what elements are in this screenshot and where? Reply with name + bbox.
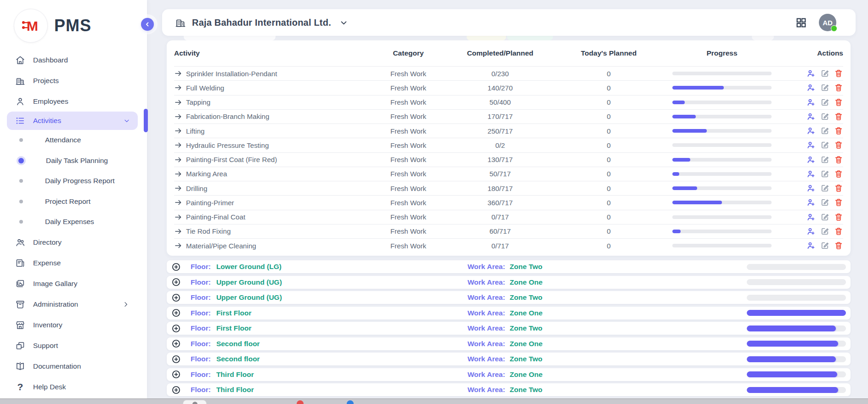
assign-user-button[interactable]	[806, 241, 816, 250]
sidebar-item-administration[interactable]: Administration	[0, 294, 147, 315]
bullet-icon	[18, 158, 24, 163]
delete-button[interactable]	[834, 98, 843, 107]
work-area-name: Zone Two	[510, 293, 542, 302]
sidebar-item-inventory[interactable]: Inventory	[0, 315, 147, 336]
floor-name: Upper Ground (UG)	[216, 278, 282, 286]
table-row[interactable]: Full Welding Fresh Work 140/270 0	[174, 80, 843, 95]
expand-floor-button[interactable]	[171, 370, 181, 379]
taskbar-red-icon[interactable]	[297, 400, 304, 404]
sidebar-item-help-desk[interactable]: ?Help Desk	[0, 377, 147, 398]
floor-row[interactable]: Floor: First Floor Work Area: Zone One	[167, 307, 851, 320]
edit-button[interactable]	[820, 241, 829, 250]
assign-user-button[interactable]	[806, 155, 816, 164]
assign-user-button[interactable]	[806, 112, 816, 121]
sidebar-collapse-button[interactable]	[141, 18, 154, 31]
sidebar-subitem-attendance[interactable]: Attendance	[0, 130, 147, 151]
assign-user-button[interactable]	[806, 140, 816, 150]
edit-button[interactable]	[820, 69, 829, 78]
edit-button[interactable]	[820, 126, 829, 135]
assign-user-button[interactable]	[806, 98, 816, 107]
delete-button[interactable]	[834, 155, 843, 164]
delete-button[interactable]	[834, 126, 843, 135]
assign-user-button[interactable]	[806, 198, 816, 207]
assign-user-button[interactable]	[806, 184, 816, 193]
edit-icon	[820, 69, 829, 78]
sidebar-subitem-daily-expenses[interactable]: Daily Expenses	[0, 212, 147, 232]
edit-button[interactable]	[820, 169, 829, 179]
delete-button[interactable]	[834, 69, 843, 78]
company-selector[interactable]: Raja Bahadur International Ltd.	[175, 17, 348, 28]
floor-row[interactable]: Floor: Third Floor Work Area: Zone Two	[167, 383, 851, 396]
floor-row[interactable]: Floor: Lower Ground (LG) Work Area: Zone…	[167, 260, 851, 273]
assign-user-button[interactable]	[806, 213, 816, 222]
table-row[interactable]: Drilling Fresh Work 180/717 0	[174, 181, 843, 195]
sidebar-item-directory[interactable]: Directory	[0, 232, 147, 253]
apps-grid-button[interactable]	[795, 17, 807, 28]
trash-icon	[834, 184, 843, 193]
sidebar-item-documentation[interactable]: Documentation	[0, 356, 147, 377]
edit-button[interactable]	[820, 83, 829, 92]
edit-button[interactable]	[820, 140, 829, 150]
assign-user-button[interactable]	[806, 227, 816, 236]
sidebar-subitem-daily-progress-report[interactable]: Daily Progress Report	[0, 171, 147, 191]
expand-floor-button[interactable]	[171, 277, 181, 287]
edit-button[interactable]	[820, 213, 829, 222]
table-row[interactable]: Painting-First Coat (Fire Red) Fresh Wor…	[174, 152, 843, 167]
user-avatar[interactable]: AD	[819, 14, 836, 31]
sidebar-item-image-gallary[interactable]: Image Gallary	[0, 274, 147, 294]
table-row[interactable]: Painting-Final Coat Fresh Work 0/717 0	[174, 210, 843, 224]
delete-button[interactable]	[834, 140, 843, 150]
floor-row[interactable]: Floor: Third Floor Work Area: Zone One	[167, 368, 851, 381]
table-row[interactable]: Hydraulic Pressure Testing Fresh Work 0/…	[174, 138, 843, 152]
edit-button[interactable]	[820, 198, 829, 207]
delete-button[interactable]	[834, 184, 843, 193]
assign-user-button[interactable]	[806, 169, 816, 179]
sidebar-item-label: Image Gallary	[33, 280, 77, 288]
table-row[interactable]: Tapping Fresh Work 50/400 0	[174, 95, 843, 109]
expand-floor-button[interactable]	[171, 324, 181, 333]
delete-button[interactable]	[834, 83, 843, 92]
table-row[interactable]: Material/Pipe Cleaning Fresh Work 0/717 …	[174, 238, 843, 252]
table-row[interactable]: Painting-Primer Fresh Work 360/717 0	[174, 195, 843, 209]
expand-floor-button[interactable]	[171, 354, 181, 364]
sidebar-subitem-daily-task-planning[interactable]: Daily Task Planning	[0, 151, 147, 171]
edit-button[interactable]	[820, 112, 829, 121]
edit-button[interactable]	[820, 98, 829, 107]
floor-row[interactable]: Floor: First Floor Work Area: Zone Two	[167, 322, 851, 335]
table-row[interactable]: Tie Rod Fixing Fresh Work 60/717 0	[174, 224, 843, 238]
expand-floor-button[interactable]	[171, 385, 181, 395]
sidebar-subitem-project-report[interactable]: Project Report	[0, 191, 147, 212]
sidebar-item-support[interactable]: Support	[0, 336, 147, 356]
assign-user-button[interactable]	[806, 83, 816, 92]
sidebar-item-projects[interactable]: Projects	[0, 70, 147, 91]
sidebar-item-activities[interactable]: Activities	[7, 112, 138, 130]
delete-button[interactable]	[834, 198, 843, 207]
sidebar-item-employees[interactable]: Employees	[0, 91, 147, 112]
delete-button[interactable]	[834, 169, 843, 179]
expand-floor-button[interactable]	[171, 293, 181, 303]
delete-button[interactable]	[834, 227, 843, 236]
assign-user-button[interactable]	[806, 126, 816, 135]
expand-floor-button[interactable]	[171, 339, 181, 348]
taskbar-blue-icon[interactable]	[347, 400, 354, 404]
floor-row[interactable]: Floor: Second floor Work Area: Zone Two	[167, 353, 851, 365]
sidebar-item-dashboard[interactable]: Dashboard	[0, 50, 147, 70]
delete-button[interactable]	[834, 213, 843, 222]
table-row[interactable]: Fabrication-Branch Making Fresh Work 170…	[174, 109, 843, 123]
edit-button[interactable]	[820, 184, 829, 193]
delete-button[interactable]	[834, 112, 843, 121]
floor-row[interactable]: Floor: Upper Ground (UG) Work Area: Zone…	[167, 291, 851, 304]
floor-row[interactable]: Floor: Second floor Work Area: Zone One	[167, 337, 851, 350]
table-row[interactable]: Marking Area Fresh Work 50/717 0	[174, 167, 843, 181]
expand-floor-button[interactable]	[171, 308, 181, 318]
taskbar-item[interactable]	[183, 400, 207, 404]
sidebar-item-expense[interactable]: Expense	[0, 253, 147, 274]
table-row[interactable]: Lifting Fresh Work 250/717 0	[174, 123, 843, 138]
edit-button[interactable]	[820, 227, 829, 236]
assign-user-button[interactable]	[806, 69, 816, 78]
expand-floor-button[interactable]	[171, 262, 181, 272]
table-row[interactable]: Sprinkler Installation-Pendant Fresh Wor…	[174, 66, 843, 80]
edit-button[interactable]	[820, 155, 829, 164]
floor-row[interactable]: Floor: Upper Ground (UG) Work Area: Zone…	[167, 276, 851, 289]
delete-button[interactable]	[834, 241, 843, 250]
